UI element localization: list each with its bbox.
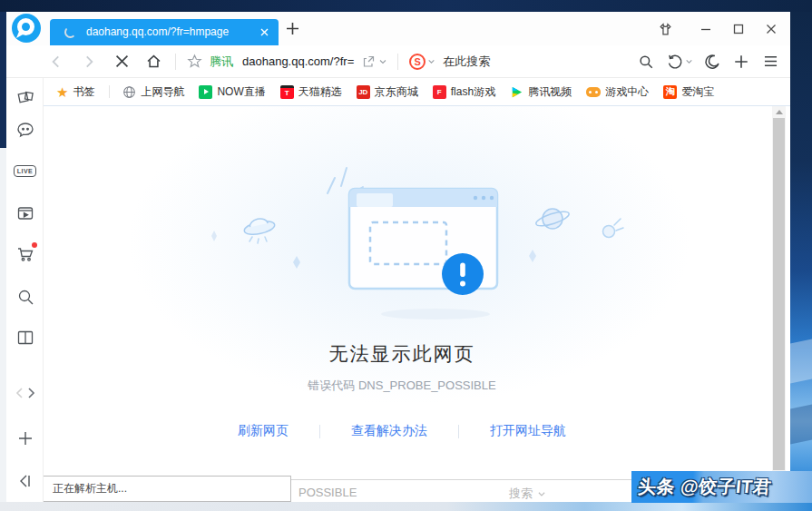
bookmark-star-icon: ★ [56, 85, 68, 99]
globe-icon [122, 85, 136, 99]
scrollbar-thumb[interactable] [773, 118, 785, 470]
taobao-icon: 淘 [663, 85, 677, 99]
screen: daohang.qq.com/?fr=hmpage [0, 0, 812, 511]
divider [458, 425, 459, 438]
desktop-wallpaper-left-lower [0, 148, 6, 511]
home-icon[interactable] [145, 53, 162, 70]
search-here-input[interactable]: 在此搜索 [443, 54, 490, 70]
clipped-error-text: POSSIBLE [298, 486, 357, 499]
desktop-wallpaper-top [0, 0, 812, 12]
restore-chevron-icon[interactable] [685, 57, 693, 65]
bookmarks-menu[interactable]: ★ 书签 [56, 84, 94, 100]
jd-icon: JD [357, 85, 370, 99]
desktop-wallpaper-bottom [0, 502, 812, 511]
sidebar-cart-icon[interactable] [6, 244, 44, 264]
sidebar-video-icon[interactable] [6, 203, 44, 223]
refresh-page-link[interactable]: 刷新网页 [238, 423, 289, 439]
sogou-search-icon[interactable]: S [409, 54, 426, 70]
error-illustration [207, 148, 629, 325]
bookmarks-bar: ★ 书签 上网导航 NOW直播 T 天猫精选 [44, 78, 790, 106]
divider [109, 85, 110, 98]
browser-tab[interactable]: daohang.qq.com/?fr=hmpage [50, 19, 279, 45]
address-bar: 腾讯 daohang.qq.com/?fr= S 在此搜索 [6, 45, 790, 78]
divider [319, 425, 320, 438]
desktop-wallpaper-left [0, 12, 6, 148]
cart-notification-dot [32, 242, 37, 248]
wallpaper-beam [790, 339, 812, 385]
error-actions: 刷新网页 查看解决办法 打开网址导航 [44, 423, 760, 439]
error-title: 无法显示此网页 [44, 341, 760, 367]
now-live-icon [199, 85, 212, 99]
bookmark-item[interactable]: T 天猫精选 [280, 84, 342, 100]
sidebar-add-icon[interactable] [6, 428, 44, 448]
tab-close-icon[interactable] [258, 25, 271, 39]
theme-skin-button[interactable] [654, 18, 676, 40]
bookmark-item[interactable]: 游戏中心 [586, 84, 649, 100]
sidebar-nav-arrows[interactable] [6, 383, 44, 403]
url-text[interactable]: daohang.qq.com/?fr= [242, 54, 354, 68]
engine-chevron-icon[interactable] [427, 57, 435, 65]
divider [397, 54, 398, 70]
divider [175, 54, 176, 70]
qqvideo-play-icon [510, 85, 523, 99]
bookmark-item[interactable]: NOW直播 [199, 84, 265, 100]
menu-hamburger-icon[interactable] [762, 53, 779, 70]
status-tooltip: 正在解析主机... [44, 476, 291, 502]
bookmark-item[interactable]: 腾讯视频 [510, 84, 572, 100]
bookmark-item[interactable]: 淘 爱淘宝 [663, 84, 714, 100]
tab-title: daohang.qq.com/?fr=hmpage [86, 19, 229, 45]
sidebar: LIVE [6, 78, 44, 502]
maximize-button[interactable] [728, 18, 749, 40]
share-icon[interactable] [361, 54, 376, 69]
qq-browser-logo-icon[interactable] [12, 14, 41, 43]
flash-icon: F [433, 85, 446, 99]
back-icon[interactable] [48, 54, 64, 70]
add-plus-icon[interactable] [733, 54, 749, 70]
error-code: 错误代码 DNS_PROBE_POSSIBLE [44, 378, 760, 394]
bookmark-item[interactable]: F flash游戏 [433, 84, 495, 100]
session-restore-icon[interactable] [667, 54, 683, 70]
favorite-star-icon[interactable] [187, 54, 202, 69]
desktop-wallpaper-right [790, 12, 812, 511]
site-verified-label[interactable]: 腾讯 [210, 54, 233, 70]
vertical-scrollbar[interactable] [772, 106, 786, 502]
tmall-icon: T [280, 85, 294, 99]
bookmark-item[interactable]: 上网导航 [122, 84, 184, 100]
forward-icon[interactable] [81, 54, 97, 70]
search-icon[interactable] [638, 54, 654, 70]
tab-strip: daohang.qq.com/?fr=hmpage [6, 12, 790, 45]
sidebar-apps-boxes-icon[interactable] [6, 88, 44, 108]
tab-loading-icon [64, 26, 76, 38]
wallpaper-beam [790, 403, 812, 444]
sidebar-chat-icon[interactable] [6, 120, 44, 140]
page-content: 无法显示此网页 错误代码 DNS_PROBE_POSSIBLE 刷新网页 查看解… [44, 106, 790, 502]
browser-window: daohang.qq.com/?fr=hmpage [6, 12, 790, 502]
sidebar-search-icon[interactable] [6, 287, 44, 307]
sidebar-live-icon[interactable]: LIVE [6, 161, 44, 181]
watermark-text: 头条 @饺子IT君 [630, 471, 812, 503]
gamepad-icon [586, 87, 601, 97]
scroll-up-icon[interactable] [776, 110, 783, 114]
sidebar-collapse-icon[interactable] [6, 471, 44, 491]
open-nav-site-link[interactable]: 打开网址导航 [490, 423, 566, 439]
clipped-search-button[interactable]: 搜索 [509, 486, 546, 502]
new-tab-button[interactable] [284, 20, 301, 37]
sidebar-reader-icon[interactable] [6, 328, 44, 348]
watermark-banner: 头条 @饺子IT君 [631, 471, 812, 503]
view-solutions-link[interactable]: 查看解决办法 [351, 423, 427, 439]
night-mode-moon-icon[interactable] [704, 54, 720, 70]
minimize-button[interactable] [695, 18, 717, 40]
bookmark-item[interactable]: JD 京东商城 [357, 84, 418, 100]
chevron-down-icon[interactable] [377, 56, 388, 67]
window-close-button[interactable] [760, 18, 782, 40]
stop-loading-icon[interactable] [113, 53, 131, 70]
